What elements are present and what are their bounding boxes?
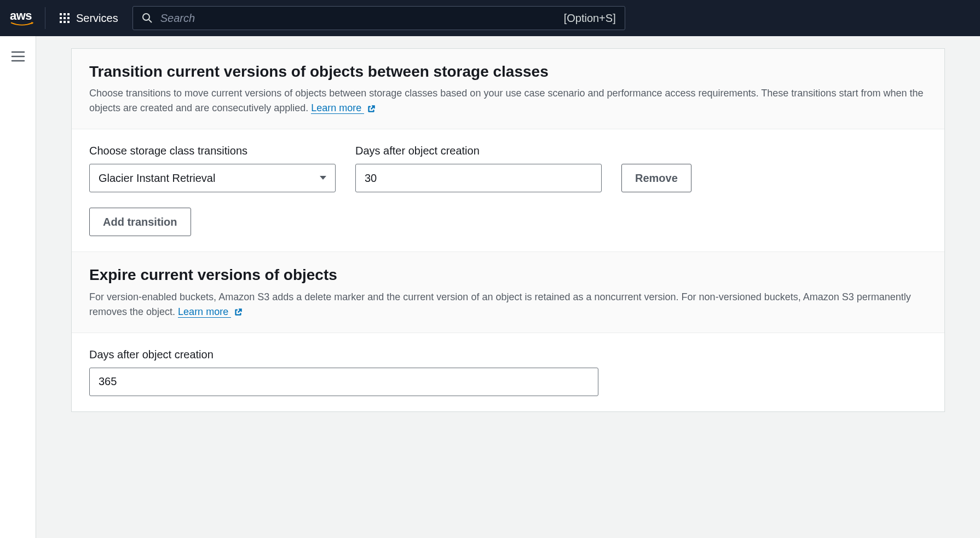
aws-logo[interactable]: aws xyxy=(10,7,45,29)
services-label: Services xyxy=(76,12,118,25)
storage-class-group: Choose storage class transitions Glacier… xyxy=(89,145,336,192)
transition-learn-more-link[interactable]: Learn more xyxy=(311,102,364,114)
external-link-icon xyxy=(233,307,243,317)
transition-row: Choose storage class transitions Glacier… xyxy=(89,145,927,192)
svg-rect-5 xyxy=(67,17,70,19)
search-input[interactable] xyxy=(160,12,564,25)
transition-description: Choose transitions to move current versi… xyxy=(89,86,927,116)
expire-learn-more-link[interactable]: Learn more xyxy=(178,306,231,318)
side-rail xyxy=(0,36,36,538)
transition-title: Transition current versions of objects b… xyxy=(89,62,927,82)
transition-section-header: Transition current versions of objects b… xyxy=(72,49,944,129)
svg-line-10 xyxy=(149,20,152,22)
expire-days-label: Days after object creation xyxy=(89,348,927,361)
days-after-input[interactable] xyxy=(355,164,602,192)
storage-class-label: Choose storage class transitions xyxy=(89,145,336,157)
svg-rect-4 xyxy=(64,17,66,19)
services-menu-button[interactable]: Services xyxy=(56,12,122,25)
search-box[interactable]: [Option+S] xyxy=(132,6,625,30)
hamburger-menu-icon[interactable] xyxy=(11,50,25,62)
svg-rect-0 xyxy=(60,13,62,15)
svg-rect-6 xyxy=(60,21,62,23)
storage-class-select-wrapper: Glacier Instant Retrieval xyxy=(89,164,336,192)
top-navigation: aws Services [Option+S] xyxy=(0,0,980,36)
transition-section-body: Choose storage class transitions Glacier… xyxy=(72,129,944,251)
search-icon xyxy=(142,13,153,24)
days-after-label: Days after object creation xyxy=(355,145,602,157)
expire-section-header: Expire current versions of objects For v… xyxy=(72,251,944,333)
svg-point-9 xyxy=(143,14,149,20)
svg-rect-1 xyxy=(64,13,66,15)
expire-description: For version-enabled buckets, Amazon S3 a… xyxy=(89,290,927,319)
search-shortcut-hint: [Option+S] xyxy=(564,12,616,25)
expire-days-input[interactable] xyxy=(89,368,598,396)
storage-class-select[interactable]: Glacier Instant Retrieval xyxy=(89,164,336,192)
svg-rect-2 xyxy=(67,13,70,15)
svg-rect-7 xyxy=(64,21,66,23)
aws-logo-text: aws xyxy=(10,9,34,23)
expire-title: Expire current versions of objects xyxy=(89,265,927,285)
external-link-icon xyxy=(366,104,376,114)
add-transition-button[interactable]: Add transition xyxy=(89,208,191,236)
svg-rect-8 xyxy=(67,21,70,23)
grid-icon xyxy=(60,13,70,23)
remove-button[interactable]: Remove xyxy=(621,164,691,192)
content-area: Transition current versions of objects b… xyxy=(36,36,980,538)
expire-days-group: Days after object creation xyxy=(89,348,927,396)
days-after-group: Days after object creation xyxy=(355,145,602,192)
expire-section-body: Days after object creation xyxy=(72,333,944,411)
svg-rect-3 xyxy=(60,17,62,19)
remove-group: Remove xyxy=(621,164,691,192)
lifecycle-config-panel: Transition current versions of objects b… xyxy=(71,48,945,412)
